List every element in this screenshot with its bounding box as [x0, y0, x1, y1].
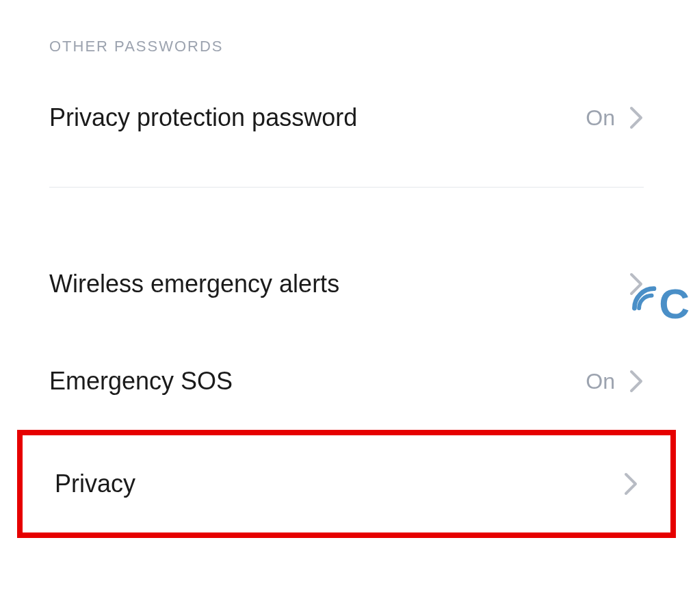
watermark-letter: C	[659, 283, 690, 325]
row-value: On	[586, 369, 615, 394]
row-emergency-sos[interactable]: Emergency SOS On	[0, 333, 693, 430]
row-right	[623, 472, 638, 496]
signal-icon	[629, 284, 657, 313]
row-value: On	[586, 105, 615, 131]
row-label: Privacy protection password	[49, 103, 357, 132]
chevron-right-icon	[629, 369, 644, 394]
section-header-other-passwords: OTHER PASSWORDS	[0, 0, 693, 69]
row-privacy-protection-password[interactable]: Privacy protection password On	[0, 69, 693, 166]
watermark-logo: C	[629, 277, 690, 320]
row-privacy[interactable]: Privacy	[17, 430, 676, 538]
section-gap	[0, 208, 693, 235]
row-wireless-emergency-alerts[interactable]: Wireless emergency alerts	[0, 235, 693, 333]
divider	[49, 187, 644, 188]
row-label: Privacy	[55, 470, 135, 498]
row-label: Wireless emergency alerts	[49, 270, 339, 298]
row-right: On	[586, 369, 644, 394]
chevron-right-icon	[623, 472, 638, 496]
chevron-right-icon	[629, 105, 644, 130]
row-right: On	[586, 105, 644, 131]
settings-container: OTHER PASSWORDS Privacy protection passw…	[0, 0, 693, 538]
row-label: Emergency SOS	[49, 367, 233, 396]
